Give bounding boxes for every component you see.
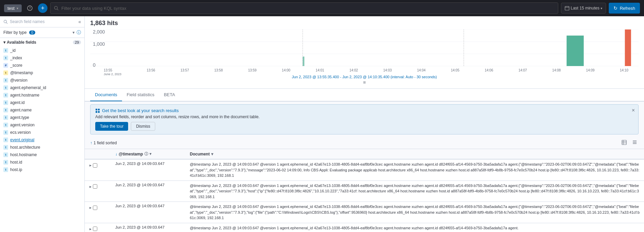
timestamp-cell: Jun 2, 2023 @ 14:09:03.647 xyxy=(112,202,186,223)
time-label-10: 14:05 xyxy=(451,68,459,76)
field-type-badge: t xyxy=(3,138,8,142)
document-cell: @timestamp Jun 2, 2023 @ 14:09:03.647 @v… xyxy=(186,181,644,202)
svg-text:?: ? xyxy=(29,6,31,10)
field-name-label: agent.ephemeral_id xyxy=(10,85,46,90)
timestamp-cell: Jun 2, 2023 @ 14:09:03.647 xyxy=(112,159,186,181)
filter-label: Filter by type 0 xyxy=(3,30,35,35)
field-name-label: _score xyxy=(10,63,22,68)
field-name-label: host.ip xyxy=(10,167,22,172)
field-item-host-ip[interactable]: t host.ip xyxy=(0,166,84,173)
timestamp-cell: Jun 2, 2023 @ 14:09:03.647 xyxy=(112,223,186,232)
time-label-8: 14:03 xyxy=(383,68,392,76)
banner-close-button[interactable]: × xyxy=(632,107,635,113)
field-item-agent-type[interactable]: t agent.type xyxy=(0,114,84,121)
brand-menu[interactable]: test ▾ xyxy=(4,4,22,12)
document-col-label: Document xyxy=(190,152,210,156)
results-area: ↑ 1 field sorted xyxy=(85,137,644,232)
expand-row-button[interactable]: ▸ xyxy=(89,163,92,168)
field-item-host-architecture[interactable]: t host.architecture xyxy=(0,144,84,151)
field-name-label: _index xyxy=(10,56,22,60)
chart-container: 2,000 1,000 0 13:55June 2, 2023 xyxy=(90,29,639,73)
refresh-icon: ↻ xyxy=(613,5,618,11)
svg-line-3 xyxy=(57,9,58,10)
filter-info-icon[interactable]: ⓘ xyxy=(77,29,81,36)
brand-label: test xyxy=(7,6,15,11)
svg-rect-24 xyxy=(96,111,97,113)
svg-rect-26 xyxy=(622,140,626,145)
svg-rect-22 xyxy=(96,109,97,110)
field-name-label: host.hostname xyxy=(10,152,37,157)
field-item-@timestamp[interactable]: t @timestamp xyxy=(0,69,84,77)
field-item-agent-id[interactable]: t agent.id xyxy=(0,99,84,106)
time-label-7: 14:02 xyxy=(349,68,358,76)
row-controls-3: ▸ xyxy=(85,223,112,232)
field-item-agent-ephemeral_id[interactable]: t agent.ephemeral_id xyxy=(0,84,84,91)
sidebar-search-icon xyxy=(3,20,8,24)
histogram-area: 1,863 hits 2,000 1,000 0 xyxy=(85,16,644,89)
filter-chevron-icon[interactable]: ▾ xyxy=(73,30,75,35)
expand-row-button[interactable]: ▸ xyxy=(89,227,92,231)
sort-down-icon: ↓ xyxy=(115,152,117,156)
tab-beta[interactable]: BETA xyxy=(159,89,180,101)
kql-search-input[interactable] xyxy=(61,6,555,11)
row-checkbox[interactable] xyxy=(93,227,97,231)
table-container: ↓ @timestamp ⓘ ▾ Document ▾ xyxy=(85,149,644,232)
table-row: ▸ Jun 2, 2023 @ 14:09:03.647 @timestamp … xyxy=(85,202,644,223)
best-look-banner: Get the best look at your search results… xyxy=(90,104,639,134)
field-item-host-id[interactable]: t host.id xyxy=(0,159,84,166)
time-range-picker[interactable]: Last 15 minutes ▾ xyxy=(561,3,606,14)
field-item-_score[interactable]: # _score xyxy=(0,62,84,69)
timestamp-info-icon[interactable]: ⓘ xyxy=(144,151,148,156)
row-checkbox[interactable] xyxy=(93,163,97,168)
row-checkbox[interactable] xyxy=(93,206,97,210)
kql-search-bar[interactable] xyxy=(50,2,558,14)
th-timestamp[interactable]: ↓ @timestamp ⓘ ▾ xyxy=(112,149,186,159)
table-view-button[interactable] xyxy=(620,139,628,147)
help-icon-button[interactable]: ? xyxy=(24,3,35,14)
available-fields-section[interactable]: ▾ Available fields 29 xyxy=(0,38,84,47)
field-type-badge: t xyxy=(3,56,8,60)
field-type-badge: t xyxy=(3,48,8,53)
field-search-input[interactable] xyxy=(10,19,76,24)
calendar-icon xyxy=(565,6,569,10)
field-item-host-hostname[interactable]: t host.hostname xyxy=(0,151,84,159)
add-button[interactable]: + xyxy=(38,3,47,13)
collapse-section-icon: ▾ xyxy=(3,40,5,45)
time-label-1: 13:56 xyxy=(147,68,155,76)
tab-documents[interactable]: Documents xyxy=(90,89,122,101)
timestamp-chevron-icon[interactable]: ▾ xyxy=(149,152,152,156)
field-item-agent-hostname[interactable]: t agent.hostname xyxy=(0,91,84,99)
field-name-label: host.id xyxy=(10,160,22,165)
time-label-2: 13:57 xyxy=(180,68,189,76)
field-item-@version[interactable]: t @version xyxy=(0,77,84,84)
section-count-badge: 29 xyxy=(73,40,81,44)
x-axis-labels: 13:55June 2, 2023 13:56 13:57 13:58 13:5… xyxy=(90,68,639,76)
document-col-chevron-icon[interactable]: ▾ xyxy=(211,152,213,156)
time-label-0: 13:55June 2, 2023 xyxy=(104,68,121,76)
density-button[interactable] xyxy=(631,139,639,147)
field-type-badge: t xyxy=(3,130,8,135)
tab-field-statistics[interactable]: Field statistics xyxy=(122,89,159,101)
row-controls-2: ▸ xyxy=(85,202,112,223)
field-item-agent-version[interactable]: t agent.version xyxy=(0,121,84,129)
field-item-_index[interactable]: t _index xyxy=(0,54,84,62)
sort-info-text: 1 field sorted xyxy=(94,141,117,145)
sidebar-collapse-button[interactable]: « xyxy=(78,19,81,24)
field-item-ecs-version[interactable]: t ecs.version xyxy=(0,129,84,136)
take-tour-button[interactable]: Take the tour xyxy=(95,122,128,131)
expand-row-button[interactable]: ▸ xyxy=(89,184,92,189)
table-row: ▸ Jun 2, 2023 @ 14:09:03.647 @timestamp … xyxy=(85,181,644,202)
expand-row-button[interactable]: ▸ xyxy=(89,205,92,210)
table-row: ▸ Jun 2, 2023 @ 14:09:03.647 @timestamp … xyxy=(85,223,644,232)
refresh-button[interactable]: ↻ Refresh xyxy=(609,3,640,14)
th-document[interactable]: Document ▾ xyxy=(186,149,644,159)
dismiss-button[interactable]: Dismiss xyxy=(131,122,155,131)
field-item-event-original[interactable]: t event.original xyxy=(0,136,84,144)
field-item-_id[interactable]: t _id xyxy=(0,47,84,54)
field-name-label: agent.version xyxy=(10,123,35,127)
field-type-badge: t xyxy=(3,108,8,112)
field-item-agent-name[interactable]: t agent.name xyxy=(0,106,84,114)
banner-text: Add relevant fields, reorder and sort co… xyxy=(95,114,633,119)
row-checkbox[interactable] xyxy=(93,184,97,189)
resize-handle[interactable]: ≡ xyxy=(90,80,639,85)
